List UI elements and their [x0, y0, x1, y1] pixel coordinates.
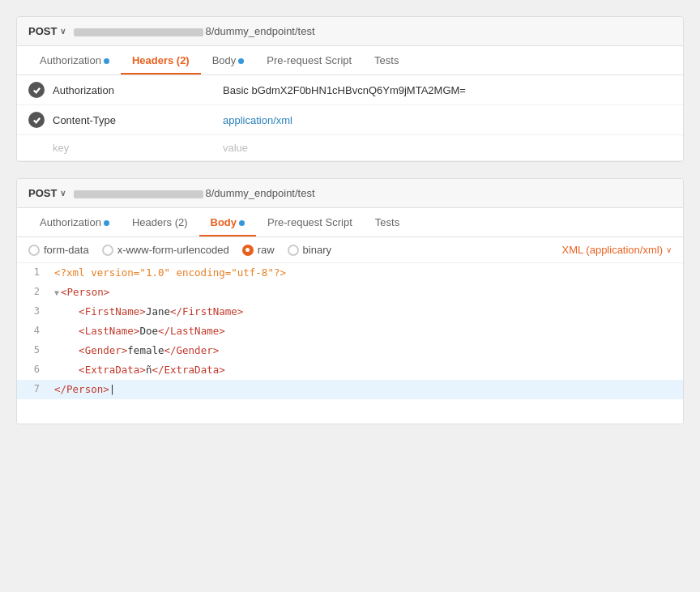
tab-tests-1[interactable]: Tests [363, 46, 410, 75]
check-icon-1[interactable] [28, 82, 45, 98]
radio-label-urlencoded: x-www-form-urlencoded [117, 244, 229, 256]
line-content-2: ▼<Person> [46, 283, 683, 302]
tab-prerequest-1[interactable]: Pre-request Script [255, 46, 363, 75]
tab-authorization-dot-1 [104, 58, 109, 64]
tabs-1: Authorization Headers (2) Body Pre-reque… [17, 46, 683, 75]
body-options: form-data x-www-form-urlencoded raw bina… [17, 237, 683, 263]
format-select[interactable]: XML (application/xml) ∨ [561, 244, 672, 256]
tab-headers-1[interactable]: Headers (2) [121, 46, 201, 75]
method-dropdown-1[interactable]: POST ∨ [28, 25, 66, 37]
code-editor-padding [17, 399, 683, 424]
panel-headers: POST ∨ 8/dummy_endpoint/test Authorizati… [16, 16, 684, 162]
tab-tests-label-1: Tests [374, 54, 399, 66]
format-chevron: ∨ [666, 245, 672, 254]
url-suffix-1: 8/dummy_endpoint/test [205, 25, 314, 37]
code-line-1: 1 <?xml version="1.0" encoding="utf-8"?> [17, 263, 683, 283]
line-content-7: </Person>| [46, 380, 683, 399]
header-row-2: Content-Type application/xml [17, 105, 683, 135]
placeholder-value[interactable]: value [223, 142, 672, 154]
tab-body-label-1: Body [212, 54, 237, 66]
tab-authorization-dot-2 [104, 220, 109, 226]
code-editor[interactable]: 1 <?xml version="1.0" encoding="utf-8"?>… [17, 263, 683, 424]
radio-label-raw: raw [258, 244, 275, 256]
line-num-3: 3 [17, 302, 46, 321]
placeholder-key[interactable]: key [53, 142, 215, 154]
tab-authorization-2[interactable]: Authorization [28, 208, 121, 236]
tab-headers-label-2: Headers (2) [132, 216, 188, 228]
line-content-1: <?xml version="1.0" encoding="utf-8"?> [46, 263, 683, 283]
tab-headers-2[interactable]: Headers (2) [121, 208, 199, 236]
tab-authorization-label-2: Authorization [40, 216, 101, 228]
radio-urlencoded[interactable]: x-www-form-urlencoded [102, 244, 229, 256]
line-content-5: <Gender>female</Gender> [46, 341, 683, 360]
line-num-1: 1 [17, 263, 46, 282]
header-key-1[interactable]: Authorization [53, 84, 215, 96]
line-num-6: 6 [17, 360, 46, 379]
url-bar-2[interactable]: 8/dummy_endpoint/test [74, 187, 672, 199]
url-bar-1[interactable]: 8/dummy_endpoint/test [74, 25, 672, 37]
line-content-3: <FirstName>Jane</FirstName> [46, 302, 683, 322]
radio-label-form-data: form-data [44, 244, 89, 256]
method-label-2: POST [28, 187, 57, 199]
tab-body-2[interactable]: Body [199, 208, 257, 236]
tab-body-dot-1 [238, 58, 244, 64]
tabs-2: Authorization Headers (2) Body Pre-reque… [17, 208, 683, 237]
line-content-6: <ExtraData>ñ</ExtraData> [46, 360, 683, 380]
header-row-1: Authorization Basic bGdmX2F0bHN1cHBvcnQ6… [17, 75, 683, 105]
radio-label-binary: binary [303, 244, 331, 256]
radio-circle-form-data [28, 245, 40, 256]
radio-circle-urlencoded [102, 245, 113, 256]
check-icon-2[interactable] [28, 112, 45, 128]
radio-raw[interactable]: raw [242, 244, 275, 256]
code-line-6: 6 <ExtraData>ñ</ExtraData> [17, 360, 683, 380]
code-line-2: 2 ▼<Person> [17, 283, 683, 302]
radio-circle-binary [288, 245, 299, 256]
radio-form-data[interactable]: form-data [28, 244, 89, 256]
method-chevron-1: ∨ [60, 27, 66, 36]
method-dropdown-2[interactable]: POST ∨ [28, 187, 66, 199]
tab-prerequest-2[interactable]: Pre-request Script [256, 208, 364, 236]
line-num-5: 5 [17, 341, 46, 360]
request-bar-2: POST ∨ 8/dummy_endpoint/test [17, 179, 683, 208]
line-content-4: <LastName>Doe</LastName> [46, 322, 683, 341]
header-value-2: application/xml [223, 114, 672, 126]
tab-body-1[interactable]: Body [201, 46, 256, 75]
line-num-7: 7 [17, 380, 46, 398]
code-line-7: 7 </Person>| [17, 380, 683, 399]
tab-body-label-2: Body [211, 216, 237, 228]
request-bar-1: POST ∨ 8/dummy_endpoint/test [17, 17, 683, 46]
url-suffix-2: 8/dummy_endpoint/test [205, 187, 314, 199]
method-label-1: POST [28, 25, 57, 37]
header-value-1: Basic bGdmX2F0bHN1cHBvcnQ6Ym9jMTA2MGM= [223, 84, 672, 96]
tab-tests-label-2: Tests [375, 216, 399, 228]
tab-headers-label-1: Headers (2) [132, 54, 190, 66]
url-redacted-1 [74, 28, 203, 36]
format-label: XML (application/xml) [561, 244, 663, 256]
header-key-2[interactable]: Content-Type [53, 114, 215, 126]
line-num-4: 4 [17, 322, 46, 340]
tab-tests-2[interactable]: Tests [364, 208, 411, 236]
tab-prerequest-label-2: Pre-request Script [267, 216, 352, 228]
line-num-2: 2 [17, 283, 46, 301]
code-line-3: 3 <FirstName>Jane</FirstName> [17, 302, 683, 322]
panel-body: POST ∨ 8/dummy_endpoint/test Authorizati… [16, 178, 684, 424]
headers-table: Authorization Basic bGdmX2F0bHN1cHBvcnQ6… [17, 75, 683, 161]
tab-authorization-1[interactable]: Authorization [28, 46, 121, 75]
method-chevron-2: ∨ [60, 189, 66, 198]
tab-body-dot-2 [239, 220, 245, 226]
code-line-4: 4 <LastName>Doe</LastName> [17, 322, 683, 341]
code-line-5: 5 <Gender>female</Gender> [17, 341, 683, 360]
tab-prerequest-label-1: Pre-request Script [267, 54, 352, 66]
radio-circle-raw [242, 245, 254, 256]
radio-binary[interactable]: binary [288, 244, 331, 256]
url-redacted-2 [74, 190, 203, 198]
tab-authorization-label-1: Authorization [40, 54, 101, 66]
header-row-placeholder[interactable]: key value [17, 135, 683, 161]
